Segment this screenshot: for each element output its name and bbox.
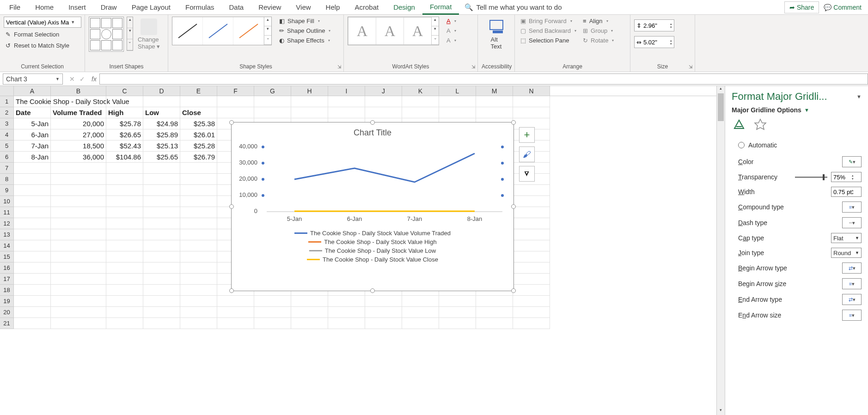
dash-dropdown[interactable]: ┄ ▾ <box>842 217 862 228</box>
cell[interactable] <box>365 296 402 307</box>
cell[interactable] <box>291 296 328 307</box>
cell[interactable] <box>106 262 143 274</box>
select-all-corner[interactable] <box>0 86 14 96</box>
cell[interactable] <box>513 229 550 240</box>
tab-page-layout[interactable]: Page Layout <box>124 0 178 14</box>
cell[interactable]: 20,000 <box>51 118 106 129</box>
begin-arrow-size-dropdown[interactable]: ≡ ▾ <box>842 278 862 289</box>
cell[interactable] <box>51 163 106 174</box>
cell[interactable] <box>476 296 513 307</box>
col-header-M[interactable]: M <box>476 86 513 96</box>
resize-handle[interactable] <box>370 120 375 125</box>
cell[interactable] <box>476 96 513 107</box>
cell[interactable] <box>513 262 550 274</box>
cell[interactable]: 27,000 <box>51 129 106 140</box>
style-more[interactable]: ⌄ <box>264 36 271 45</box>
height-spinner[interactable]: ▴▾ <box>670 22 672 29</box>
text-effects-button[interactable]: A▾ <box>445 36 458 45</box>
shape-style-gallery[interactable]: ▴ ▾ ⌄ <box>172 17 272 45</box>
height-input[interactable]: ⇕ ▴▾ <box>634 19 674 31</box>
resize-handle[interactable] <box>511 204 516 209</box>
cell[interactable] <box>217 318 254 329</box>
cell[interactable]: 18,500 <box>51 140 106 152</box>
enter-formula-icon[interactable]: ✓ <box>79 75 85 83</box>
text-outline-button[interactable]: A▾ <box>445 26 458 35</box>
cell[interactable] <box>402 307 439 318</box>
scroll-down-button[interactable]: ▾ <box>717 408 725 415</box>
cell[interactable] <box>180 318 217 329</box>
cell[interactable] <box>254 107 291 118</box>
cell[interactable] <box>180 251 217 262</box>
cell[interactable]: $25.78 <box>106 118 143 129</box>
cell[interactable] <box>14 229 51 240</box>
cell[interactable] <box>51 285 106 296</box>
cell[interactable]: Volume Traded <box>51 107 106 118</box>
group-button[interactable]: ⊞Group▾ <box>581 26 616 35</box>
cell[interactable] <box>439 96 476 107</box>
cell[interactable]: $26.65 <box>106 129 143 140</box>
cell[interactable] <box>106 196 143 207</box>
tab-view[interactable]: View <box>288 0 318 14</box>
transparency-slider[interactable] <box>795 177 827 178</box>
cell[interactable] <box>143 163 180 174</box>
cell[interactable] <box>51 174 106 185</box>
tell-me-search[interactable]: 🔍 Tell me what you want to do <box>459 3 567 12</box>
cell[interactable]: 36,000 <box>51 152 106 163</box>
col-header-K[interactable]: K <box>402 86 439 96</box>
line-width-input[interactable]: ▴▾ <box>831 187 862 197</box>
format-selection-button[interactable]: ✎ Format Selection <box>4 30 59 39</box>
cell[interactable]: 6-Jan <box>14 129 51 140</box>
selection-pane-button[interactable]: ⬚Selection Pane <box>519 36 578 45</box>
cell[interactable] <box>291 318 328 329</box>
col-header-L[interactable]: L <box>439 86 476 96</box>
cell[interactable] <box>143 240 180 251</box>
join-dropdown[interactable]: Round▼ <box>831 248 862 258</box>
cell[interactable] <box>14 251 51 262</box>
row-header[interactable]: 14 <box>0 240 14 251</box>
cell[interactable] <box>513 185 550 196</box>
cell[interactable]: $25.65 <box>143 152 180 163</box>
cell[interactable] <box>14 285 51 296</box>
cell[interactable] <box>439 107 476 118</box>
cell[interactable] <box>51 318 106 329</box>
cell[interactable] <box>106 274 143 285</box>
line-width-spinner[interactable]: ▴▾ <box>852 189 854 195</box>
cell[interactable] <box>180 207 217 218</box>
col-header-G[interactable]: G <box>254 86 291 96</box>
cell[interactable] <box>217 96 254 107</box>
cell[interactable] <box>14 218 51 229</box>
cell[interactable] <box>513 196 550 207</box>
cell[interactable] <box>402 318 439 329</box>
cell[interactable] <box>51 296 106 307</box>
cell[interactable]: 7-Jan <box>14 140 51 152</box>
cell[interactable] <box>328 318 365 329</box>
cell[interactable] <box>143 96 180 107</box>
cell[interactable] <box>51 185 106 196</box>
col-header-I[interactable]: I <box>328 86 365 96</box>
bring-forward-button[interactable]: ▣Bring Forward▾ <box>519 17 578 25</box>
shape-effects-button[interactable]: ◐ Shape Effects ▾ <box>277 36 332 45</box>
cell[interactable] <box>51 229 106 240</box>
cell[interactable] <box>180 96 217 107</box>
cell[interactable] <box>328 96 365 107</box>
change-shape-button[interactable]: ChangeShape ▾ <box>136 17 162 52</box>
transparency-input[interactable]: ▴▾ <box>831 172 862 182</box>
col-header-H[interactable]: H <box>291 86 328 96</box>
row-header[interactable]: 16 <box>0 262 14 274</box>
cell[interactable] <box>180 218 217 229</box>
cell[interactable] <box>14 296 51 307</box>
cell[interactable]: 5-Jan <box>14 118 51 129</box>
wordart-launcher[interactable]: ⇲ <box>470 64 477 71</box>
cell[interactable] <box>180 262 217 274</box>
cell[interactable] <box>106 307 143 318</box>
series-volume[interactable] <box>294 153 475 182</box>
cell[interactable] <box>143 285 180 296</box>
row-header[interactable]: 17 <box>0 274 14 285</box>
begin-arrow-type-dropdown[interactable]: ⇄ ▾ <box>842 262 862 274</box>
chart-legend[interactable]: The Cookie Shop - Daily Stock Value Volu… <box>232 226 513 266</box>
cell[interactable] <box>513 251 550 262</box>
cell[interactable]: Close <box>180 107 217 118</box>
cancel-formula-icon[interactable]: ✕ <box>69 75 75 83</box>
transparency-field[interactable] <box>833 174 852 181</box>
tab-design[interactable]: Design <box>386 0 422 14</box>
